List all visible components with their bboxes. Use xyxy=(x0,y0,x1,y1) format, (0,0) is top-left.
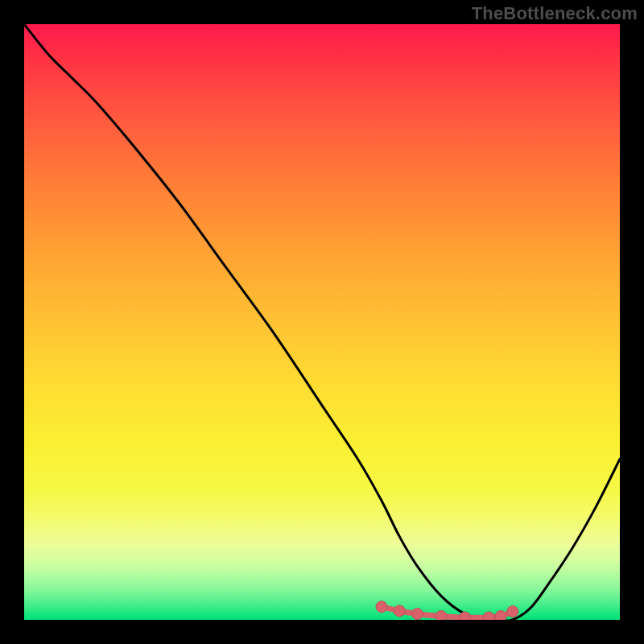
watermark-text: TheBottleneck.com xyxy=(472,3,638,24)
minimum-marker-dots xyxy=(376,601,518,620)
minimum-marker-dot xyxy=(460,612,471,620)
minimum-marker-dot xyxy=(376,601,387,613)
minimum-marker-dot xyxy=(436,611,447,620)
minimum-marker-dot xyxy=(411,609,423,620)
minimum-marker-dot xyxy=(507,606,518,617)
bottleneck-curve-line xyxy=(24,24,620,620)
chart-svg xyxy=(24,24,620,620)
plot-area xyxy=(24,24,620,620)
minimum-marker-dot xyxy=(394,605,405,617)
chart-stage: TheBottleneck.com xyxy=(0,0,644,644)
minimum-marker-dot xyxy=(495,611,506,620)
minimum-marker-dot xyxy=(483,612,494,620)
